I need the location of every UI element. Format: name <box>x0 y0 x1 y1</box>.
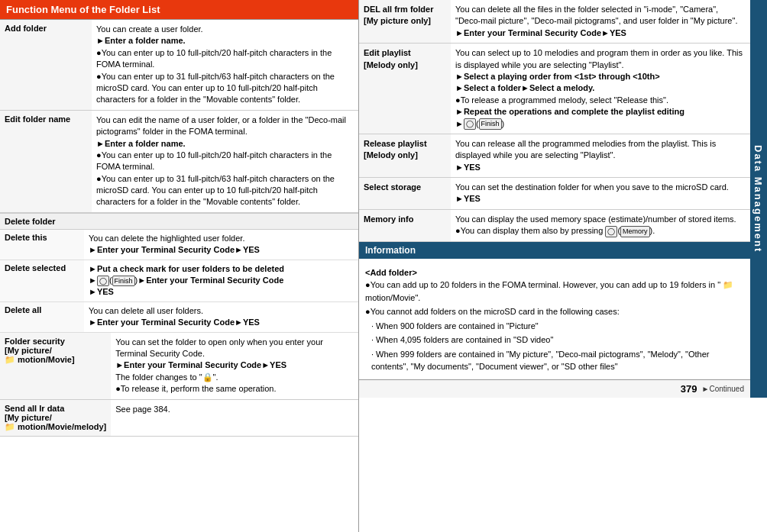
left-panel: Function Menu of the Folder List Add fol… <box>0 0 359 532</box>
bottom-bar: 379 ►Continued <box>359 379 750 398</box>
circle-key-right: ◯ <box>464 118 476 130</box>
delete-this-content: You can delete the highlighted user fold… <box>84 230 358 260</box>
delete-selected-content: ►Put a check mark for user folders to be… <box>84 260 358 301</box>
edit-folder-label: Edit folder name <box>0 110 92 212</box>
memory-key: Memory <box>620 226 650 237</box>
info-sub-item: · When 999 folders are contained in "My … <box>371 348 744 373</box>
info-header: Information <box>359 242 750 259</box>
main-table: Add folder You can create a user folder.… <box>0 20 358 213</box>
delete-folder-header: Delete folder <box>0 213 358 230</box>
table-row: Delete selected ►Put a check mark for us… <box>0 260 358 301</box>
add-folder-content: You can create a user folder. ►Enter a f… <box>92 20 358 110</box>
info-item: ●You can add up to 20 folders in the FOM… <box>365 279 744 304</box>
send-all-ir-content: See page 384. <box>111 399 358 436</box>
circle-key: ◯ <box>97 276 109 287</box>
table-row: Send all Ir data[My picture/📁 motion/Mov… <box>0 399 358 436</box>
main-table-2: Folder security[My picture/📁 motion/Movi… <box>0 333 358 437</box>
side-tab: Data Management <box>750 0 767 398</box>
delete-all-label: Delete all <box>0 301 84 332</box>
release-playlist-content: You can release all the programmed melod… <box>451 134 750 177</box>
info-section-title: <Add folder> <box>365 266 744 279</box>
info-content: <Add folder> ●You can add up to 20 folde… <box>359 259 750 379</box>
info-sub-item: · When 4,095 folders are contained in "S… <box>371 334 744 347</box>
right-content: DEL all frm folder[My picture only] You … <box>359 0 750 379</box>
delete-all-content: You can delete all user folders. ►Enter … <box>84 301 358 332</box>
add-folder-label: Add folder <box>0 20 92 110</box>
table-row: Delete all You can delete all user folde… <box>0 301 358 332</box>
folder-security-content: You can set the folder to open only when… <box>111 333 358 399</box>
table-row: Add folder You can create a user folder.… <box>0 20 358 110</box>
edit-playlist-content: You can select up to 10 melodies and pro… <box>451 44 750 134</box>
table-row: Select storage You can set the destinati… <box>359 178 750 210</box>
side-tab-area: DEL all frm folder[My picture only] You … <box>359 0 767 398</box>
select-storage-label: Select storage <box>359 178 451 210</box>
del-all-frm-label: DEL all frm folder[My picture only] <box>359 0 451 44</box>
delete-selected-label: Delete selected <box>0 260 84 301</box>
continued-label: ►Continued <box>702 385 745 393</box>
circle-key-mem: ◯ <box>605 226 617 237</box>
edit-playlist-label: Edit playlist[Melody only] <box>359 44 451 134</box>
folder-security-label: Folder security[My picture/📁 motion/Movi… <box>0 333 111 399</box>
memory-info-label: Memory info <box>359 209 451 241</box>
table-row: Memory info You can display the used mem… <box>359 209 750 241</box>
memory-info-content: You can display the used memory space (e… <box>451 209 750 241</box>
left-content: Add folder You can create a user folder.… <box>0 20 358 532</box>
delete-this-label: Delete this <box>0 230 84 260</box>
select-storage-content: You can set the destination folder for w… <box>451 178 750 210</box>
page-number: 379 <box>681 383 697 395</box>
right-inner: DEL all frm folder[My picture only] You … <box>359 0 750 398</box>
table-row: Folder security[My picture/📁 motion/Movi… <box>0 333 358 399</box>
table-row: Edit playlist[Melody only] You can selec… <box>359 44 750 134</box>
table-row: DEL all frm folder[My picture only] You … <box>359 0 750 44</box>
del-all-frm-content: You can delete all the files in the fold… <box>451 0 750 44</box>
edit-folder-content: You can edit the name of a user folder, … <box>92 110 358 212</box>
finish-key: Finish <box>112 276 135 287</box>
send-all-ir-label: Send all Ir data[My picture/📁 motion/Mov… <box>0 399 111 436</box>
release-playlist-label: Release playlist[Melody only] <box>359 134 451 177</box>
left-header: Function Menu of the Folder List <box>0 0 358 20</box>
table-row: Release playlist[Melody only] You can re… <box>359 134 750 177</box>
sub-table: Delete this You can delete the highlight… <box>0 230 358 333</box>
table-row: Delete this You can delete the highlight… <box>0 230 358 260</box>
info-sub-item: · When 900 folders are contained in "Pic… <box>371 320 744 333</box>
table-row: Edit folder name You can edit the name o… <box>0 110 358 212</box>
right-table: DEL all frm folder[My picture only] You … <box>359 0 750 242</box>
finish-key-right: Finish <box>479 118 502 130</box>
info-item: ●You cannot add folders on the microSD c… <box>365 305 744 318</box>
right-panel: DEL all frm folder[My picture only] You … <box>359 0 767 532</box>
